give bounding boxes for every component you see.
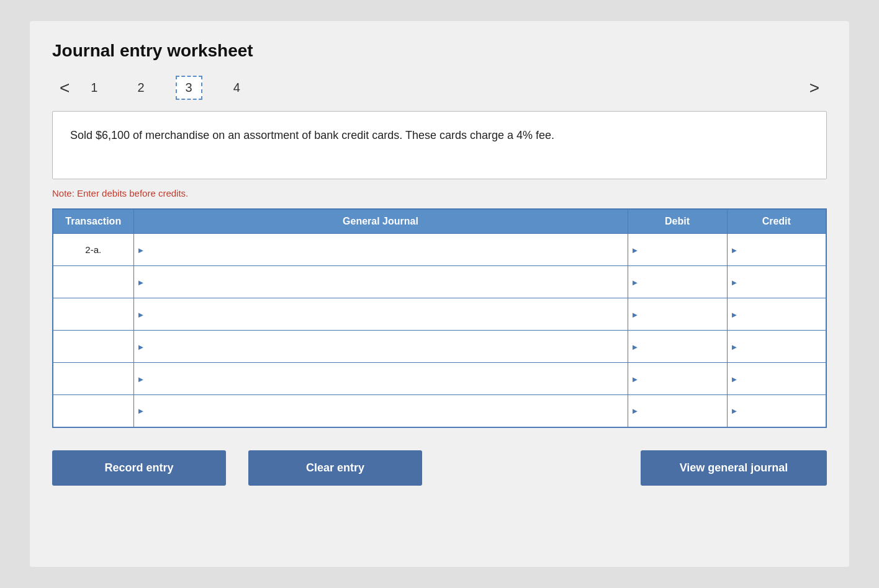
cell-arrow-icon: ► [137,406,145,416]
cell-arrow-icon: ► [631,310,639,319]
next-arrow[interactable]: > [802,78,827,98]
cell-arrow-icon: ► [137,374,145,383]
debit-input-2[interactable] [628,266,727,298]
transaction-cell-4 [53,331,133,363]
general-journal-input-2[interactable] [134,266,628,298]
general-journal-input-4[interactable] [134,331,628,362]
nav-item-1[interactable]: 1 [82,77,106,99]
credit-cell-3[interactable]: ► [727,298,826,331]
general-journal-cell-3[interactable]: ► [133,298,628,331]
debit-cell-2[interactable]: ► [628,266,727,298]
nav-items: 1 2 3 4 [82,76,249,100]
cell-arrow-icon: ► [731,245,739,254]
credit-input-3[interactable] [728,298,826,330]
debit-cell-5[interactable]: ► [628,363,727,395]
cell-arrow-icon: ► [631,245,639,254]
credit-input-2[interactable] [728,266,826,298]
debit-cell-6[interactable]: ► [628,395,727,427]
transaction-cell-2 [53,266,133,298]
cell-arrow-icon: ► [731,374,739,383]
col-header-credit: Credit [727,209,826,234]
credit-input-1[interactable] [728,234,826,265]
general-journal-cell-6[interactable]: ► [133,395,628,427]
cell-arrow-icon: ► [137,342,145,351]
col-header-transaction: Transaction [53,209,133,234]
credit-cell-4[interactable]: ► [727,331,826,363]
journal-table: Transaction General Journal Debit Credit… [52,208,827,428]
debit-cell-4[interactable]: ► [628,331,727,363]
table-row: ► ► ► [53,363,826,395]
general-journal-input-3[interactable] [134,298,628,330]
table-row: ► ► ► [53,266,826,298]
transaction-cell-6 [53,395,133,427]
general-journal-cell-1[interactable]: ► [133,234,628,266]
debit-input-3[interactable] [628,298,727,330]
cell-arrow-icon: ► [731,310,739,319]
view-general-journal-button[interactable]: View general journal [641,450,827,486]
transaction-cell-3 [53,298,133,331]
transaction-cell-1: 2-a. [53,234,133,266]
nav-item-3[interactable]: 3 [176,76,202,100]
page-title: Journal entry worksheet [52,41,827,61]
general-journal-input-1[interactable] [134,234,628,265]
cell-arrow-icon: ► [631,277,639,287]
buttons-row: Record entry Clear entry View general jo… [52,450,827,486]
cell-arrow-icon: ► [137,245,145,254]
description-box: Sold $6,100 of merchandise on an assortm… [52,111,827,179]
main-container: Journal entry worksheet < 1 2 3 4 > Sold… [30,21,849,567]
cell-arrow-icon: ► [631,374,639,383]
cell-arrow-icon: ► [631,342,639,351]
debit-input-5[interactable] [628,363,727,394]
general-journal-input-5[interactable] [134,363,628,394]
clear-entry-button[interactable]: Clear entry [248,450,422,486]
debit-cell-1[interactable]: ► [628,234,727,266]
nav-item-2[interactable]: 2 [128,77,153,99]
note-text: Note: Enter debits before credits. [52,188,827,198]
col-header-general-journal: General Journal [133,209,628,234]
credit-cell-6[interactable]: ► [727,395,826,427]
cell-arrow-icon: ► [631,406,639,416]
debit-input-6[interactable] [628,395,727,427]
credit-cell-5[interactable]: ► [727,363,826,395]
prev-arrow[interactable]: < [52,78,77,98]
table-row: ► ► ► [53,395,826,427]
transaction-cell-5 [53,363,133,395]
col-header-debit: Debit [628,209,727,234]
nav-row: < 1 2 3 4 > [52,76,827,100]
cell-arrow-icon: ► [731,277,739,287]
debit-cell-3[interactable]: ► [628,298,727,331]
credit-input-4[interactable] [728,331,826,362]
general-journal-cell-4[interactable]: ► [133,331,628,363]
credit-cell-2[interactable]: ► [727,266,826,298]
general-journal-cell-5[interactable]: ► [133,363,628,395]
table-row: 2-a. ► ► ► [53,234,826,266]
cell-arrow-icon: ► [137,277,145,287]
table-row: ► ► ► [53,298,826,331]
credit-input-6[interactable] [728,395,826,427]
cell-arrow-icon: ► [731,406,739,416]
debit-input-4[interactable] [628,331,727,362]
nav-item-4[interactable]: 4 [225,77,249,99]
cell-arrow-icon: ► [137,310,145,319]
credit-input-5[interactable] [728,363,826,394]
general-journal-cell-2[interactable]: ► [133,266,628,298]
general-journal-input-6[interactable] [134,395,628,427]
record-entry-button[interactable]: Record entry [52,450,226,486]
cell-arrow-icon: ► [731,342,739,351]
table-row: ► ► ► [53,331,826,363]
credit-cell-1[interactable]: ► [727,234,826,266]
debit-input-1[interactable] [628,234,727,265]
